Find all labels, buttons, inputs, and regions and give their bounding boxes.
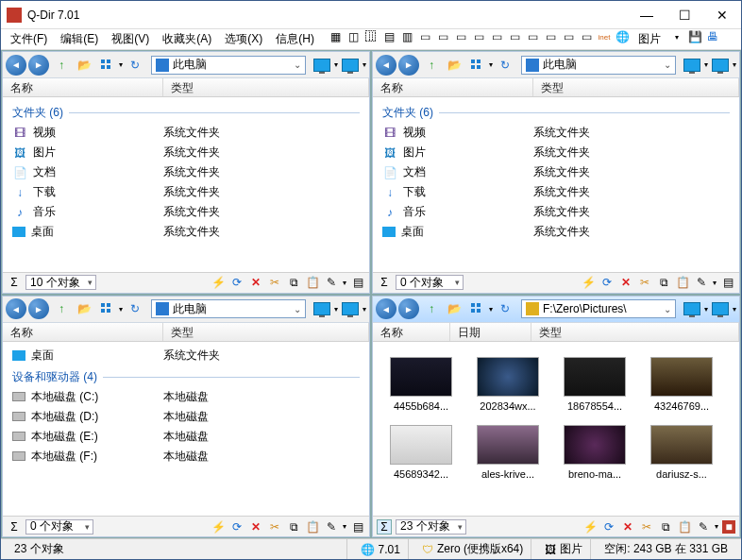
folder-button[interactable]: 📂 <box>444 55 464 76</box>
file-list[interactable]: 文件夹 (6) 🎞视频系统文件夹🖼图片系统文件夹📄文档系统文件夹↓下载系统文件夹… <box>373 97 739 272</box>
view-button[interactable] <box>96 55 117 76</box>
menu-view[interactable]: 视图(V) <box>106 29 155 49</box>
chevron-down-icon[interactable]: ⌄ <box>294 59 301 70</box>
layout-icon[interactable]: ▭ <box>489 29 504 44</box>
monitor-button[interactable] <box>340 298 361 319</box>
image-label[interactable]: 图片 <box>632 29 666 49</box>
status-count[interactable]: 0 个对象 <box>396 275 464 290</box>
save-icon[interactable]: 💾 <box>687 29 702 44</box>
thumbnail[interactable]: 45689342... <box>386 425 456 480</box>
layout-icon[interactable]: ◫ <box>346 29 361 44</box>
dropdown-icon[interactable]: ▾ <box>489 305 493 314</box>
list-item[interactable]: 桌面系统文件夹 <box>373 222 739 242</box>
folder-button[interactable]: 📂 <box>74 55 94 76</box>
monitor-button[interactable] <box>710 298 731 319</box>
monitor-button[interactable] <box>312 298 332 319</box>
refresh-button[interactable]: ↻ <box>125 298 145 319</box>
layout-icon[interactable]: ▭ <box>525 29 540 44</box>
list-item[interactable]: 本地磁盘 (C:)本地磁盘 <box>3 387 369 407</box>
print-icon[interactable]: 🖶 <box>705 29 720 44</box>
chevron-down-icon[interactable]: ⌄ <box>664 304 671 314</box>
thumbnail[interactable]: 18678554... <box>560 357 630 412</box>
thumbnail[interactable]: dariusz-s... <box>647 425 717 480</box>
file-list[interactable]: 桌面 系统文件夹 设备和驱动器 (4) 本地磁盘 (C:)本地磁盘本地磁盘 (D… <box>3 342 369 517</box>
thumbnail[interactable]: 4455b684... <box>386 357 456 412</box>
dropdown-icon[interactable]: ▾ <box>669 29 684 44</box>
layout-icon[interactable]: ▭ <box>453 29 468 44</box>
paste-icon[interactable]: 📋 <box>305 519 320 535</box>
lightning-icon[interactable]: ⚡ <box>211 275 226 290</box>
list-item[interactable]: 📄文档系统文件夹 <box>373 162 739 182</box>
address-bar[interactable]: F:\Zero\Pictures\ ⌄ <box>521 299 676 318</box>
monitor-button[interactable] <box>340 55 361 76</box>
view-button[interactable] <box>466 55 487 76</box>
dropdown-icon[interactable]: ▾ <box>334 60 338 69</box>
monitor-button[interactable] <box>312 55 332 76</box>
refresh-icon[interactable]: ⟳ <box>599 275 615 290</box>
group-folders[interactable]: 文件夹 (6) <box>3 101 369 123</box>
folder-button[interactable]: 📂 <box>444 298 464 319</box>
inet-icon[interactable]: inet <box>597 29 612 44</box>
copy-icon[interactable]: ⧉ <box>286 275 301 290</box>
list-item[interactable]: 📄文档系统文件夹 <box>3 162 369 182</box>
menu-edit[interactable]: 编辑(E) <box>55 29 104 49</box>
thumbnail[interactable]: 202834wx... <box>473 357 543 412</box>
back-button[interactable]: ◄ <box>6 55 26 76</box>
forward-button[interactable]: ► <box>398 55 419 76</box>
edit-icon[interactable]: ✎ <box>694 275 709 290</box>
copy-icon[interactable]: ⧉ <box>658 519 673 535</box>
thumbnail[interactable]: 43246769... <box>647 357 717 412</box>
chevron-down-icon[interactable]: ⌄ <box>664 59 671 70</box>
layout-icon[interactable]: ▭ <box>471 29 486 44</box>
list-item[interactable]: 本地磁盘 (E:)本地磁盘 <box>3 427 369 447</box>
refresh-icon[interactable]: ⟳ <box>229 275 245 290</box>
layout-icon[interactable]: ▭ <box>579 29 594 44</box>
forward-button[interactable]: ► <box>398 298 419 319</box>
edit-icon[interactable]: ✎ <box>324 519 339 535</box>
list-item[interactable]: 本地磁盘 (D:)本地磁盘 <box>3 407 369 427</box>
delete-icon[interactable]: ✕ <box>248 519 263 535</box>
cut-icon[interactable]: ✂ <box>639 519 654 535</box>
cut-icon[interactable]: ✂ <box>267 519 282 535</box>
layout-icon[interactable]: ▥ <box>399 29 414 44</box>
status-count[interactable]: 0 个对象 <box>25 519 93 535</box>
list-item[interactable]: ↓下载系统文件夹 <box>3 182 369 202</box>
copy-icon[interactable]: ⧉ <box>656 275 671 290</box>
delete-icon[interactable]: ✕ <box>620 519 635 535</box>
address-bar[interactable]: 此电脑 ⌄ <box>151 56 306 75</box>
monitor-button[interactable] <box>710 55 731 76</box>
layout-icon[interactable]: ⿲ <box>363 29 379 44</box>
refresh-icon[interactable]: ⟳ <box>601 519 616 535</box>
globe-icon[interactable]: 🌐 <box>615 29 630 44</box>
layout-icon[interactable]: ▭ <box>435 29 450 44</box>
dropdown-icon[interactable]: ▾ <box>704 60 708 69</box>
group-drives[interactable]: 设备和驱动器 (4) <box>3 365 369 387</box>
sigma-icon[interactable]: Σ <box>7 275 22 290</box>
col-type[interactable]: 类型 <box>533 78 739 96</box>
dropdown-icon[interactable]: ▾ <box>334 305 338 314</box>
dropdown-icon[interactable]: ▾ <box>733 305 736 314</box>
status-count[interactable]: 23 个对象 <box>396 519 466 535</box>
list-item[interactable]: 本地磁盘 (F:)本地磁盘 <box>3 447 369 467</box>
menu-icon[interactable]: ▤ <box>350 519 365 535</box>
refresh-icon[interactable]: ⟳ <box>229 519 245 535</box>
list-item[interactable]: ♪音乐系统文件夹 <box>373 202 739 222</box>
sigma-icon[interactable]: Σ <box>7 519 22 535</box>
maximize-button[interactable]: ☐ <box>666 2 703 28</box>
list-item[interactable]: 桌面 系统文件夹 <box>3 346 369 365</box>
list-item[interactable]: ♪音乐系统文件夹 <box>3 202 369 222</box>
monitor-button[interactable] <box>682 298 702 319</box>
thumbnail-grid[interactable]: 4455b684...202834wx...18678554...4324676… <box>373 342 739 517</box>
dropdown-icon[interactable]: ▾ <box>343 279 346 287</box>
minimize-button[interactable]: — <box>628 2 666 28</box>
list-item[interactable]: 🖼图片系统文件夹 <box>3 143 369 162</box>
col-name[interactable]: 名称 <box>3 78 163 96</box>
lightning-icon[interactable]: ⚡ <box>581 275 596 290</box>
col-name[interactable]: 名称 <box>373 78 533 96</box>
thumbnail[interactable]: ales-krive... <box>473 425 543 480</box>
status-count[interactable]: 10 个对象 <box>25 275 96 290</box>
dropdown-icon[interactable]: ▾ <box>715 522 718 531</box>
up-button[interactable]: ↑ <box>51 298 72 319</box>
layout-icon[interactable]: ▭ <box>561 29 576 44</box>
layout-icon[interactable]: ▤ <box>381 29 396 44</box>
